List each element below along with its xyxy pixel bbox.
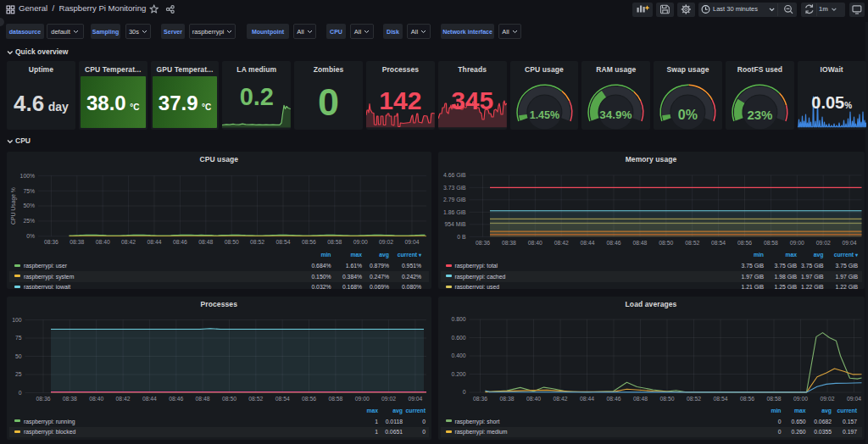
- svg-text:1.45%: 1.45%: [529, 109, 559, 121]
- svg-text:34.9%: 34.9%: [600, 109, 632, 122]
- svg-text:0%: 0%: [678, 108, 698, 122]
- svg-text:23%: 23%: [747, 108, 772, 122]
